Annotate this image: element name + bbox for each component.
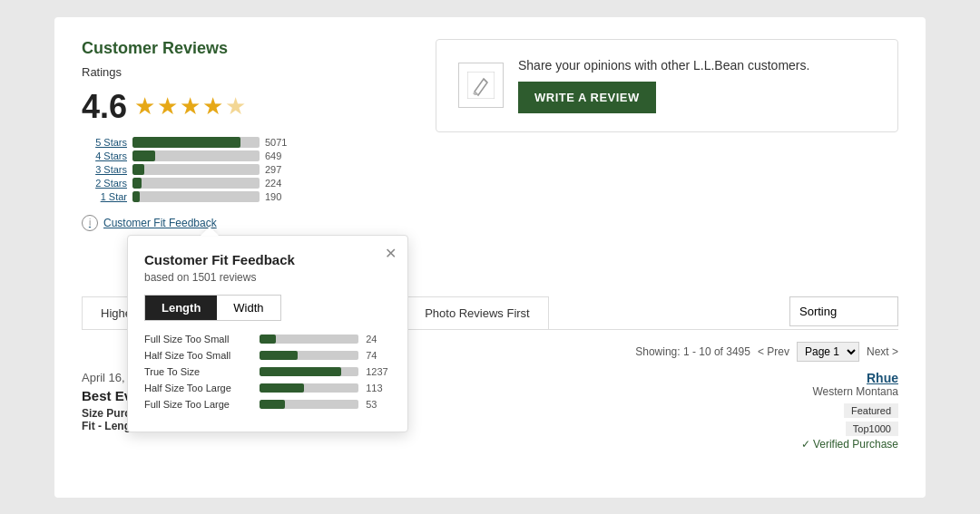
sort-dropdown-wrap: Sorting: [789, 296, 898, 327]
popup-bar-label-1: Half Size Too Small: [144, 350, 252, 361]
reviewer-name[interactable]: Rhue: [717, 371, 898, 385]
review-right: Rhue Western Montana Featured Top1000 ✓ …: [717, 371, 898, 451]
tab-photo-reviews[interactable]: Photo Reviews First: [406, 296, 549, 329]
showing-text: Showing: 1 - 10 of 3495: [635, 345, 750, 358]
write-review-button[interactable]: WRITE A REVIEW: [518, 82, 656, 113]
popup-bar-label-2: True To Size: [144, 366, 252, 377]
pencil-icon: [467, 72, 495, 99]
popup-bar-half-too-small: Half Size Too Small 74: [144, 350, 391, 361]
prev-button[interactable]: < Prev: [758, 345, 789, 358]
popup-bar-fill-0: [260, 335, 275, 344]
bar-track-5stars: [132, 137, 260, 148]
popup-bar-track-4: [260, 400, 358, 409]
customer-fit-feedback-link[interactable]: i Customer Fit Feedback: [82, 215, 417, 231]
svg-rect-0: [467, 72, 495, 99]
bar-row-2stars: 2 Stars 224: [82, 178, 417, 189]
star-5: ★: [225, 92, 246, 121]
popup-caret: [201, 227, 219, 236]
bar-fill-3stars: [132, 164, 144, 175]
popup-tab-width[interactable]: Width: [217, 296, 279, 320]
star-3: ★: [180, 92, 201, 121]
fit-feedback-popup: ✕ Customer Fit Feedback based on 1501 re…: [127, 235, 408, 432]
bar-fill-5stars: [132, 137, 240, 148]
popup-bar-full-too-small: Full Size Too Small 24: [144, 334, 391, 344]
popup-bar-count-3: 113: [366, 383, 391, 393]
share-text: Share your opinions with other L.L.Bean …: [518, 58, 809, 73]
bar-track-2stars: [132, 178, 260, 189]
share-content: Share your opinions with other L.L.Bean …: [518, 58, 809, 113]
popup-bar-full-too-large: Full Size Too Large 53: [144, 399, 391, 410]
feedback-link-text: Customer Fit Feedback: [103, 217, 217, 229]
bar-label-2stars[interactable]: 2 Stars: [82, 178, 127, 189]
page-select[interactable]: Page 1: [797, 342, 859, 362]
star-4: ★: [202, 92, 223, 121]
popup-tab-row: Length Width: [144, 295, 281, 321]
ratings-label: Ratings: [82, 65, 417, 79]
badge-top1000: Top1000: [717, 420, 898, 438]
bar-count-1star: 190: [265, 191, 292, 202]
bar-rows: 5 Stars 5071 4 Stars 649 3 Stars 297: [82, 137, 417, 202]
bar-label-5stars[interactable]: 5 Stars: [82, 137, 127, 148]
bar-count-5stars: 5071: [265, 137, 292, 148]
popup-bar-fill-2: [260, 367, 340, 376]
stars-display: ★ ★ ★ ★ ★: [134, 92, 246, 121]
popup-bar-fill-4: [260, 400, 285, 409]
bar-count-2stars: 224: [265, 178, 292, 189]
popup-bar-track-0: [260, 335, 358, 344]
bar-track-3stars: [132, 164, 260, 175]
popup-bar-track-1: [260, 351, 358, 360]
badge-top1000-text: Top1000: [846, 422, 898, 436]
next-button[interactable]: Next >: [867, 345, 898, 358]
badge-featured-text: Featured: [844, 403, 898, 418]
bar-label-3stars[interactable]: 3 Stars: [82, 164, 127, 175]
bar-row-3stars: 3 Stars 297: [82, 164, 417, 175]
popup-bar-count-2: 1237: [366, 366, 391, 377]
sort-select[interactable]: Sorting: [789, 296, 898, 326]
popup-tab-length[interactable]: Length: [145, 296, 217, 320]
bar-label-4stars[interactable]: 4 Stars: [82, 150, 127, 161]
verified-purchase: ✓ Verified Purchase: [717, 438, 898, 451]
reviewer-location: Western Montana: [717, 385, 898, 398]
bar-row-4stars: 4 Stars 649: [82, 150, 417, 161]
bar-fill-2stars: [132, 178, 142, 189]
popup-bar-count-4: 53: [366, 399, 391, 410]
main-card: Customer Reviews Ratings 4.6 ★ ★ ★ ★ ★ 5…: [54, 17, 926, 498]
popup-bar-track-3: [260, 383, 358, 393]
right-panel: Share your opinions with other L.L.Bean …: [436, 39, 898, 150]
rating-number: 4.6: [82, 88, 127, 126]
popup-bar-fill-3: [260, 383, 304, 393]
bar-fill-1star: [132, 191, 140, 202]
bar-fill-4stars: [132, 150, 155, 161]
star-1: ★: [134, 92, 155, 121]
bar-track-4stars: [132, 150, 260, 161]
bar-count-4stars: 649: [265, 150, 292, 161]
bar-count-3stars: 297: [265, 164, 292, 175]
share-box: Share your opinions with other L.L.Bean …: [436, 39, 898, 132]
popup-close-button[interactable]: ✕: [385, 245, 397, 262]
popup-bar-track-2: [260, 367, 358, 376]
popup-bar-fill-1: [260, 351, 297, 360]
popup-subtitle: based on 1501 reviews: [144, 271, 391, 284]
popup-title: Customer Fit Feedback: [144, 252, 391, 267]
popup-bar-label-0: Full Size Too Small: [144, 334, 252, 344]
showing-bar: Showing: 1 - 10 of 3495 < Prev Page 1 Ne…: [635, 342, 898, 362]
bar-track-1star: [132, 191, 260, 202]
popup-bar-label-4: Full Size Too Large: [144, 399, 252, 410]
bar-row-5stars: 5 Stars 5071: [82, 137, 417, 148]
popup-bar-label-3: Half Size Too Large: [144, 383, 252, 393]
star-2: ★: [157, 92, 178, 121]
stars-row: 4.6 ★ ★ ★ ★ ★: [82, 88, 417, 126]
popup-bars: Full Size Too Small 24 Half Size Too Sma…: [144, 334, 391, 410]
section-title: Customer Reviews: [82, 39, 417, 58]
popup-bar-count-1: 74: [366, 350, 391, 361]
popup-bar-half-too-large: Half Size Too Large 113: [144, 383, 391, 393]
badge-featured: Featured: [717, 402, 898, 420]
pencil-icon-wrap: [458, 63, 504, 108]
feedback-icon: i: [82, 215, 98, 231]
popup-bar-true-to-size: True To Size 1237: [144, 366, 391, 377]
popup-bar-count-0: 24: [366, 334, 391, 344]
bar-label-1star[interactable]: 1 Star: [82, 191, 127, 202]
bar-row-1star: 1 Star 190: [82, 191, 417, 202]
